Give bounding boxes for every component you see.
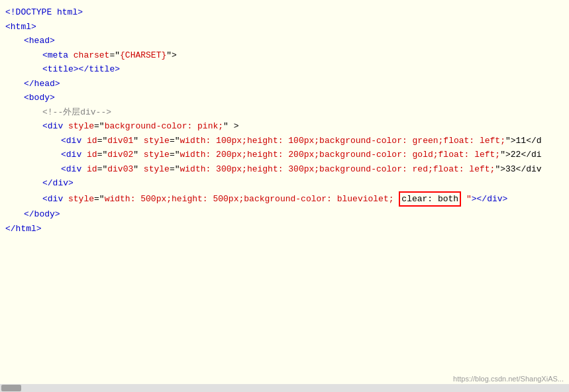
scrollbar-thumb[interactable] (1, 385, 21, 391)
code-line-5: <title></title> (0, 62, 569, 77)
line-8-content: <!--外层div--> (37, 106, 111, 119)
code-line-1: <!DOCTYPE html> (0, 5, 569, 20)
code-line-8: <!--外层div--> (0, 105, 569, 120)
code-line-12: <div id="div03" style="width: 300px;heig… (0, 162, 569, 177)
line-4-content: <meta charset="{CHARSET}"> (37, 49, 177, 62)
watermark: https://blog.csdn.net/ShangXiAS... (453, 375, 564, 383)
line-11-content: <div id="div02" style="width: 200px;heig… (56, 148, 542, 162)
code-line-14: <div style="width: 500px;height: 500px;b… (0, 191, 569, 208)
code-line-9: <div style="background-color: pink;" > (0, 119, 569, 134)
code-line-13: </div> (0, 176, 569, 191)
scrollbar-horizontal[interactable] (0, 384, 569, 392)
code-line-16: </html> (0, 222, 569, 236)
line-14-content: <div style="width: 500px;height: 500px;b… (37, 191, 507, 207)
line-5-content: <title></title> (37, 63, 120, 76)
line-6-content: </head> (19, 77, 60, 91)
code-line-2: <html> (0, 20, 569, 34)
code-line-6: </head> (0, 77, 569, 91)
code-line-7: <body> (0, 91, 569, 105)
line-12-content: <div id="div03" style="width: 300px;heig… (56, 163, 542, 176)
line-10-content: <div id="div01" style="width: 100px;heig… (56, 134, 542, 148)
line-9-content: <div style="background-color: pink;" > (37, 120, 238, 133)
code-line-15: </body> (0, 207, 569, 222)
line-16-content: </html> (0, 222, 42, 236)
code-editor: <!DOCTYPE html> <html> <head> <meta char… (0, 0, 569, 392)
line-1-content: <!DOCTYPE html> (0, 6, 83, 19)
line-13-content: </div> (37, 177, 74, 190)
clear-both-highlight: clear: both (399, 191, 461, 207)
code-line-10: <div id="div01" style="width: 100px;heig… (0, 134, 569, 148)
line-15-content: </body> (19, 208, 60, 221)
line-2-content: <html> (0, 21, 36, 34)
line-3-content: <head> (19, 34, 55, 48)
code-line-11: <div id="div02" style="width: 200px;heig… (0, 148, 569, 162)
code-line-3: <head> (0, 34, 569, 48)
code-line-4: <meta charset="{CHARSET}"> (0, 48, 569, 63)
line-7-content: <body> (19, 91, 55, 105)
